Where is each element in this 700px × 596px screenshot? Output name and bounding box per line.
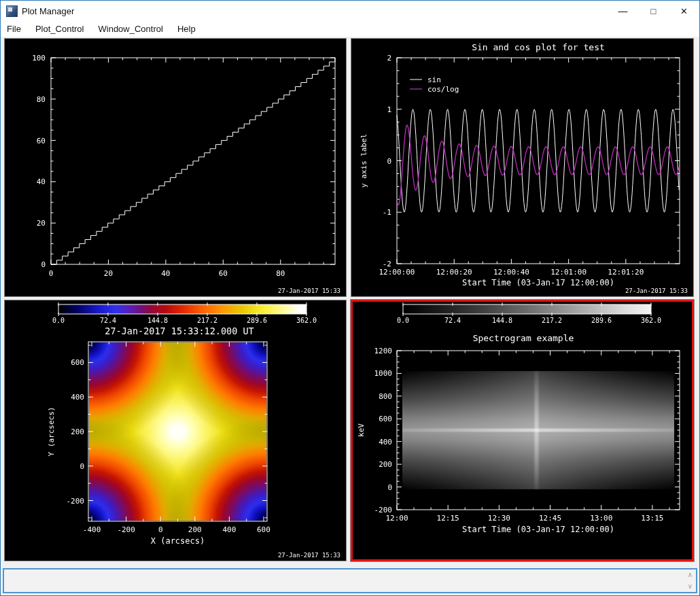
svg-text:100: 100 [32,54,46,63]
menu-plot-control[interactable]: Plot_Control [35,24,84,34]
svg-text:-200: -200 [67,497,85,506]
title-bar: Plot Manager — □ ✕ [1,1,699,21]
image-map-canvas[interactable]: 0.072.4144.8217.2289.6362.027-Jan-2017 1… [5,300,346,561]
svg-text:600: 600 [71,358,84,367]
svg-text:289.6: 289.6 [247,317,267,324]
menu-window-control[interactable]: Window_Control [99,24,163,34]
svg-text:27-Jan-2017 15:33: 27-Jan-2017 15:33 [278,287,340,294]
svg-text:400: 400 [222,525,236,534]
svg-text:144.8: 144.8 [492,317,512,324]
menu-help[interactable]: Help [177,24,196,34]
svg-text:80: 80 [37,95,46,104]
window-title: Plot Manager [22,6,74,16]
svg-text:12:45: 12:45 [539,514,561,523]
svg-text:0: 0 [158,525,163,534]
svg-text:-200: -200 [117,525,135,534]
svg-text:80: 80 [276,269,285,278]
plot-grid: 02040608010002040608027-Jan-2017 15:33 S… [1,37,699,595]
svg-text:60: 60 [37,137,46,145]
spectrogram-canvas[interactable]: 0.072.4144.8217.2289.6362.0Spectrogram e… [353,302,692,559]
svg-text:400: 400 [71,393,84,402]
svg-text:60: 60 [219,269,228,278]
svg-text:200: 200 [188,525,202,534]
svg-text:Start Time (03-Jan-17 12:00:00: Start Time (03-Jan-17 12:00:00) [462,278,614,287]
minimize-button[interactable]: — [608,1,638,21]
svg-text:12:15: 12:15 [437,514,459,523]
svg-text:27-Jan-2017 15:33: 27-Jan-2017 15:33 [625,287,688,294]
svg-text:0.0: 0.0 [52,317,65,324]
svg-text:27-Jan-2017 15:33: 27-Jan-2017 15:33 [278,552,340,559]
svg-text:72.4: 72.4 [100,317,116,324]
panel-line-plot[interactable]: 02040608010002040608027-Jan-2017 15:33 [4,38,347,297]
svg-text:1: 1 [387,105,391,114]
svg-text:600: 600 [257,525,270,534]
svg-text:2: 2 [387,54,391,63]
svg-text:144.8: 144.8 [147,317,168,324]
svg-text:200: 200 [71,427,84,436]
svg-text:400: 400 [379,438,392,446]
svg-text:0: 0 [387,157,391,166]
svg-text:0.0: 0.0 [397,317,409,324]
svg-text:12:01:20: 12:01:20 [608,268,644,277]
line-plot-canvas[interactable]: 02040608010002040608027-Jan-2017 15:33 [5,39,346,296]
svg-text:y axis label: y axis label [360,134,368,188]
svg-text:13:00: 13:00 [590,514,612,523]
svg-text:sin: sin [427,75,441,84]
panel-spectrogram-selected[interactable]: 0.072.4144.8217.2289.6362.0Spectrogram e… [351,300,694,561]
svg-text:12:00: 12:00 [385,514,408,523]
svg-text:0: 0 [80,462,84,471]
svg-text:keV: keV [357,423,366,437]
close-button[interactable]: ✕ [669,1,699,21]
svg-text:12:01:00: 12:01:00 [550,268,587,277]
svg-text:800: 800 [379,392,392,401]
svg-text:Spectrogram example: Spectrogram example [473,333,574,343]
svg-text:40: 40 [161,269,170,278]
svg-text:20: 20 [104,269,113,278]
svg-text:-400: -400 [83,525,101,534]
svg-text:217.2: 217.2 [197,317,217,324]
svg-text:-1: -1 [383,208,391,217]
app-icon [6,5,18,17]
sincos-plot-canvas[interactable]: Sin and cos plot for test-2-101212:00:00… [351,39,693,296]
maximize-button[interactable]: □ [638,1,669,21]
panel-image-map[interactable]: 0.072.4144.8217.2289.6362.027-Jan-2017 1… [4,300,347,561]
svg-text:12:30: 12:30 [488,514,510,523]
svg-text:12:00:00: 12:00:00 [379,268,415,277]
scroll-up-icon[interactable]: ∧ [688,572,693,578]
menu-file[interactable]: File [7,24,21,34]
svg-text:0: 0 [49,269,54,278]
menu-bar: File Plot_Control Window_Control Help [1,21,699,37]
svg-text:362.0: 362.0 [641,317,661,324]
svg-text:Start Time (03-Jan-17 12:00:00: Start Time (03-Jan-17 12:00:00) [462,525,614,534]
panel-sincos-plot[interactable]: Sin and cos plot for test-2-101212:00:00… [351,38,694,297]
svg-text:cos/log: cos/log [427,85,459,94]
svg-text:27-Jan-2017 15:33:12.000 UT: 27-Jan-2017 15:33:12.000 UT [105,326,253,336]
svg-text:200: 200 [379,460,392,469]
svg-text:Y (arcsecs): Y (arcsecs) [47,407,56,457]
svg-text:X (arcsecs): X (arcsecs) [151,536,205,546]
svg-text:0: 0 [41,260,46,269]
svg-text:362.0: 362.0 [296,317,317,324]
svg-text:20: 20 [37,219,46,228]
svg-text:12:00:20: 12:00:20 [436,268,472,277]
svg-text:40: 40 [37,177,46,186]
plot-manager-window: Plot Manager — □ ✕ File Plot_Control Win… [0,0,700,596]
svg-text:1000: 1000 [374,369,393,378]
svg-text:600: 600 [379,415,392,423]
svg-text:1200: 1200 [374,347,393,355]
status-message-area[interactable]: ∧ ∨ [3,568,697,593]
svg-text:217.2: 217.2 [542,317,562,324]
svg-text:12:00:40: 12:00:40 [493,268,529,277]
svg-text:289.6: 289.6 [591,317,612,324]
svg-text:72.4: 72.4 [444,317,461,324]
svg-text:13:15: 13:15 [641,514,663,523]
svg-text:0: 0 [387,483,392,492]
scroll-down-icon[interactable]: ∨ [688,583,693,590]
status-scrollbar: ∧ ∨ [685,569,695,592]
svg-text:Sin and cos plot for test: Sin and cos plot for test [472,42,605,52]
